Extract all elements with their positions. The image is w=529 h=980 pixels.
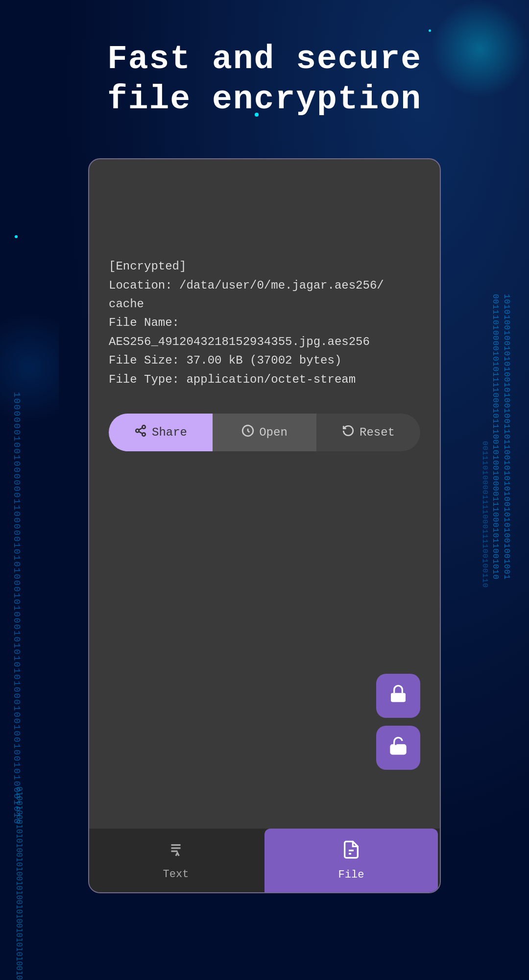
svg-rect-7 [391,745,406,754]
reset-icon [342,424,355,441]
encrypted-info-area: [Encrypted] Location: /data/user/0/me.ja… [109,257,420,389]
unlock-fab-button[interactable] [376,726,420,770]
unlock-icon [388,736,408,760]
svg-point-2 [142,433,145,436]
share-button-label: Share [152,426,187,439]
lock-icon [388,684,408,708]
share-button[interactable]: Share [109,414,213,451]
svg-point-1 [136,429,139,433]
nav-item-file[interactable]: File [264,829,438,892]
open-icon [241,424,254,441]
reset-button[interactable]: Reset [316,414,420,451]
app-card: [Encrypted] Location: /data/user/0/me.ja… [88,158,441,893]
file-nav-label: File [338,869,364,881]
open-button[interactable]: Open [213,414,316,451]
file-nav-icon [341,840,361,865]
reset-button-label: Reset [360,426,395,439]
svg-line-3 [139,432,142,434]
share-icon [134,424,147,441]
open-button-label: Open [259,426,288,439]
nav-item-text[interactable]: Text [89,829,263,892]
card-body: [Encrypted] Location: /data/user/0/me.ja… [89,159,440,829]
svg-rect-6 [391,693,406,702]
spacer [109,466,420,814]
bottom-navigation: Text File [89,829,440,892]
svg-point-0 [142,425,145,429]
action-buttons-row: Share Open [109,414,420,451]
lock-fab-button[interactable] [376,674,420,718]
fab-area [376,674,420,770]
svg-line-4 [139,428,142,430]
encrypted-info-text: [Encrypted] Location: /data/user/0/me.ja… [109,257,420,389]
text-nav-icon [167,840,185,864]
text-nav-label: Text [163,868,189,881]
page-title: Fast and secure file encryption [78,0,451,148]
